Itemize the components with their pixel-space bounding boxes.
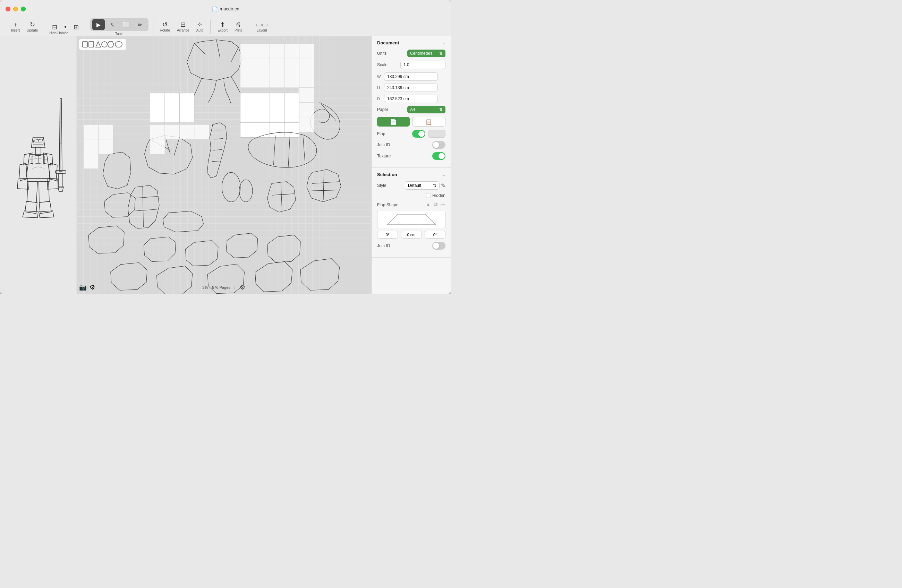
insert-button[interactable]: ＋ Insert [8,20,23,34]
w-label: W [377,75,381,79]
traffic-lights [6,6,26,11]
hide-button[interactable]: ⊟ [49,22,60,31]
close-button[interactable] [6,6,10,11]
arrange-button[interactable]: ⊟ Arrange [174,20,192,34]
flap-angle-right-input[interactable] [424,231,445,239]
tool-cursor-button[interactable]: ↖ [106,19,119,30]
flap-row: Flap [377,130,445,138]
svg-rect-27 [59,174,63,187]
scale-input[interactable] [400,61,445,69]
svg-rect-91 [240,73,255,88]
layout-button[interactable]: ▭▭ Layout [253,20,271,34]
craft-canvas[interactable]: 📷 ⚙ 3% 576 Pages | ⚙ [76,36,371,294]
tool-resize-button[interactable]: ⬜ [120,19,133,30]
svg-rect-48 [270,108,285,123]
print-button[interactable]: 🖨 Print [232,20,244,34]
separator: | [235,285,236,289]
units-row: Units Centimeters ⇅ [377,50,445,57]
svg-rect-46 [240,108,255,123]
hidden-checkbox[interactable] [426,193,431,198]
units-select[interactable]: Centimeters ⇅ [407,50,445,57]
print-label: Print [235,28,242,32]
hidden-row: Hidden [377,193,445,198]
join-id-toggle[interactable] [432,141,445,149]
flap-shape-icons: ▲ ⧉ ▭ [425,202,445,208]
svg-line-39 [216,40,220,58]
portrait-button[interactable]: 📄 [377,117,410,127]
minimize-button[interactable] [13,6,18,11]
flap-triangle-icon[interactable]: ▲ [425,202,431,208]
depth-row: D [377,95,445,103]
flap-center-input[interactable] [401,231,422,239]
settings-icon[interactable]: ⚙ [89,284,95,291]
height-input[interactable] [384,84,438,92]
canvas-bottom-info: 3% 576 Pages | ⚙ [202,284,245,291]
landscape-button[interactable]: 📋 [412,117,446,127]
flap-toggle[interactable] [412,130,425,138]
tool-play-button[interactable]: ▶ [92,19,105,30]
hide-grid-button[interactable]: ⊞ [71,22,81,31]
svg-line-79 [312,190,339,191]
unhide-button[interactable]: • [61,22,69,31]
paper-label: Paper [377,107,388,112]
tool-pen-button[interactable]: ✏ [134,19,146,30]
style-select[interactable]: Default ⇅ [405,181,440,190]
texture-row: Texture [377,152,445,160]
tools-label: Tools [115,32,123,36]
flap-angle-left-group [377,231,398,239]
svg-rect-86 [240,58,255,73]
paper-row: Paper A4 ⇅ [377,106,445,113]
svg-point-74 [240,180,252,202]
svg-line-61 [174,137,180,156]
svg-rect-85 [299,43,314,58]
svg-rect-90 [299,58,314,73]
toolbar-group-layout: ▭▭ Layout [249,20,275,34]
toolbar-group-tools: ▶ ↖ ⬜ ✏ Tools [86,18,153,36]
width-input[interactable] [384,72,438,81]
rotate-label: Rotate [160,28,170,32]
document-section-header[interactable]: Document ⌄ [377,40,445,45]
print-icon: 🖨 [235,22,241,28]
svg-marker-4 [39,139,42,142]
flap-paste-icon[interactable]: ▭ [440,202,445,208]
update-button[interactable]: ↻ Update [24,20,41,34]
texture-toggle[interactable] [432,152,445,160]
svg-rect-42 [240,93,255,108]
selection-section-header[interactable]: Selection ⌄ [377,172,445,177]
join-id-knob [433,142,439,148]
export-button[interactable]: ⬆ Export [215,20,230,34]
settings-icon-right[interactable]: ⚙ [240,284,245,291]
maximize-button[interactable] [21,6,26,11]
rotate-icon: ↺ [162,22,168,28]
flap-angle-right-group [424,231,445,239]
selection-join-id-toggle[interactable] [432,242,445,250]
depth-input[interactable] [384,95,438,103]
toolbar-group-rotate: ↺ Rotate ⊟ Arrange ✧ Auto [153,20,211,34]
window-title: macdo.cn [219,6,239,11]
paper-select[interactable]: A4 ⇅ [407,106,445,113]
toolbar-group-hide: ⊟ • ⊞ Hide/Unhide [45,22,86,31]
svg-rect-81 [240,43,255,58]
rotate-button[interactable]: ↺ Rotate [157,20,173,34]
hidden-label-area: Hidden [426,193,445,198]
auto-button[interactable]: ✧ Auto [194,20,207,34]
document-section: Document ⌄ Units Centimeters ⇅ Scale [371,36,451,168]
svg-rect-98 [299,117,314,132]
auto-label: Auto [196,28,204,32]
hide-unhide-label: Hide/Unhide [49,31,68,35]
flap-angle-left-input[interactable] [377,231,398,239]
style-row: Style Default ⇅ ✎ [377,181,445,190]
camera-icon[interactable]: 📷 [79,284,87,291]
svg-rect-106 [84,139,99,154]
style-chevron-icon: ⇅ [433,183,437,188]
style-edit-icon[interactable]: ✎ [441,182,445,189]
flap-toggle-area [412,130,445,138]
svg-rect-107 [99,139,113,154]
toolbar-group-insert: ＋ Insert ↻ Update [4,20,45,34]
svg-rect-83 [270,43,285,58]
svg-rect-58 [165,108,180,123]
flap-extra-control[interactable] [428,130,445,138]
svg-line-70 [143,186,143,227]
flap-copy-icon[interactable]: ⧉ [434,202,437,208]
svg-line-24 [38,167,44,169]
